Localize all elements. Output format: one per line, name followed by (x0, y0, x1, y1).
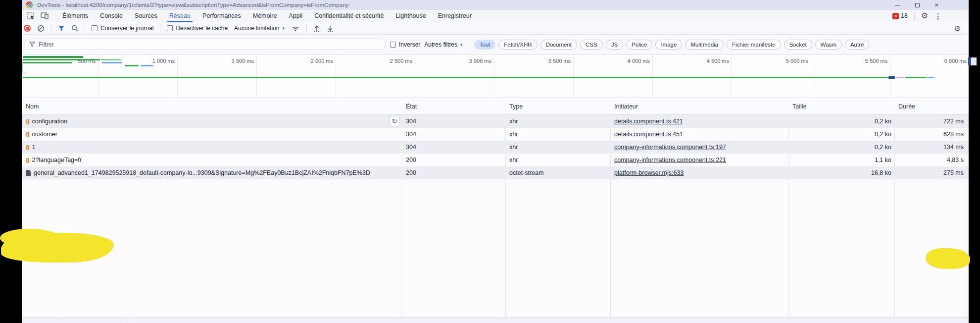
divider (85, 24, 85, 32)
error-badge-icon: ✕ (892, 13, 899, 19)
table-row-highlighted[interactable]: {} 2?languageTag=fr 200 xhr company-info… (22, 154, 969, 166)
waterfall-bar (927, 77, 934, 78)
more-filters-label: Autres filtres (424, 41, 457, 48)
summary-separator (128, 319, 128, 323)
waterfall-bar (888, 76, 895, 79)
minimize-button[interactable]: — (895, 2, 900, 8)
filter-toggle-icon[interactable] (58, 25, 65, 32)
timeline-gridline (811, 54, 811, 98)
filter-pill-font[interactable]: Police (626, 40, 652, 50)
search-icon[interactable] (71, 25, 78, 32)
table-row-highlighted[interactable]: {} 1 304 xhr company-informations.compon… (22, 141, 969, 154)
initiator-link[interactable]: details.component.ts:451 (614, 131, 683, 138)
timeline-tick-label: 3 000 ms (450, 58, 491, 64)
inspect-element-icon[interactable] (27, 12, 35, 20)
request-name-cell[interactable]: {} customer (22, 128, 402, 141)
network-settings-gear-icon[interactable]: ⚙ (954, 25, 961, 32)
header-name[interactable]: Nom (22, 98, 402, 115)
filter-pill-js[interactable]: JS (606, 40, 623, 50)
network-filter-bar: Filtrer Inverser Autres filtres ▾ Tout F… (22, 35, 969, 54)
invert-checkbox[interactable] (390, 42, 396, 48)
filter-pill-manifest[interactable]: Fichier manifeste (727, 40, 781, 50)
replay-xhr-button[interactable]: ↻ (389, 116, 400, 126)
yellow-highlight-annotation (925, 247, 971, 270)
duration-cell: 134 ms (894, 141, 967, 154)
timeline-gridline (98, 54, 98, 98)
more-options-icon[interactable]: ⋮ (934, 12, 942, 20)
import-har-icon[interactable] (313, 25, 320, 32)
duration-cell: 4,83 s (894, 154, 967, 166)
filter-pill-socket[interactable]: Socket (784, 40, 812, 50)
header-initiator[interactable]: Initiateur (610, 98, 788, 115)
tab-performance[interactable]: Performances (196, 10, 247, 22)
size-cell: 0,2 ko (788, 141, 894, 154)
filter-pill-wasm[interactable]: Wasm (815, 40, 842, 50)
resource-type-filters: Tout Fetch/XHR Document CSS JS Police Im… (474, 40, 870, 50)
request-name-cell[interactable]: {} 1 (22, 141, 402, 154)
tab-sources[interactable]: Sources (129, 10, 163, 22)
filter-pill-media[interactable]: Multimédia (685, 40, 724, 50)
close-button[interactable]: ✕ (934, 2, 939, 8)
tab-label: Console (100, 12, 123, 19)
throttling-select[interactable]: Aucune limitation ▾ (234, 25, 285, 32)
status-cell: 304 (402, 128, 505, 141)
preserve-log-checkbox[interactable] (92, 25, 98, 31)
initiator-link[interactable]: company-informations.component.ts:221 (614, 157, 726, 163)
initiator-cell: platform-browser.mjs:633 (610, 166, 788, 179)
waterfall-bar (125, 65, 139, 66)
request-name-cell[interactable]: general_advanced1_1749829525918_default-… (22, 166, 402, 179)
tab-label: Mémoire (253, 12, 277, 19)
issues-counter[interactable]: ✕ 18 (892, 12, 907, 19)
filter-pill-image[interactable]: Image (655, 40, 682, 50)
type-cell: octet-stream (505, 166, 610, 179)
initiator-link[interactable]: details.component.ts:421 (614, 118, 683, 125)
tab-lighthouse[interactable]: Lighthouse (390, 10, 432, 22)
devtools-window: DevTools - localhost:4200/company/1/clie… (22, 0, 969, 323)
header-status[interactable]: État (402, 98, 505, 115)
filter-pill-other[interactable]: Autre (845, 40, 870, 50)
tab-privacy-security[interactable]: Confidentialité et sécurité (308, 10, 390, 22)
table-row[interactable]: {} customer 304 xhr details.component.ts… (22, 128, 969, 141)
initiator-link[interactable]: platform-browser.mjs:633 (614, 169, 684, 176)
table-row[interactable]: {} configuration ↻ 304 xhr details.compo… (22, 115, 969, 128)
tab-label: Performances (202, 12, 241, 19)
settings-gear-icon[interactable]: ⚙ (921, 12, 928, 20)
disable-cache-checkbox[interactable] (167, 25, 173, 31)
tab-application[interactable]: Appli (283, 10, 308, 22)
filter-pill-document[interactable]: Document (540, 40, 577, 50)
record-network-log-button[interactable] (24, 25, 31, 32)
invert-label: Inverser (399, 41, 420, 48)
request-name-cell[interactable]: {} configuration ↻ (22, 115, 402, 128)
timeline-tick-label: 1 500 ms (212, 58, 254, 64)
type-cell: xhr (505, 141, 610, 154)
tab-recorder[interactable]: Enregistreur (432, 10, 478, 22)
initiator-link[interactable]: company-informations.component.ts:197 (614, 144, 726, 151)
request-name-cell[interactable]: {} 2?languageTag=fr (22, 154, 402, 166)
status-cell: 200 (402, 166, 505, 179)
network-conditions-icon[interactable] (291, 25, 300, 32)
filter-pill-fetch-xhr[interactable]: Fetch/XHR (498, 40, 537, 50)
tab-memory[interactable]: Mémoire (247, 10, 283, 22)
filter-input[interactable]: Filtrer (24, 39, 386, 50)
xhr-request-icon: {} (26, 157, 29, 163)
table-row[interactable]: general_advanced1_1749829525918_default-… (22, 166, 969, 179)
filter-pill-css[interactable]: CSS (580, 40, 603, 50)
maximize-button[interactable] (915, 3, 920, 7)
tab-console[interactable]: Console (94, 10, 129, 22)
header-size[interactable]: Taille (788, 98, 894, 115)
tab-network[interactable]: Réseau (163, 10, 196, 22)
filter-pill-all[interactable]: Tout (474, 40, 496, 50)
scrollbar-fragment[interactable] (968, 57, 977, 65)
divider (467, 41, 467, 49)
header-type[interactable]: Type (505, 98, 610, 115)
window-title: DevTools - localhost:4200/company/1/clie… (37, 2, 895, 8)
tab-elements[interactable]: Éléments (56, 10, 94, 22)
export-har-icon[interactable] (327, 25, 334, 32)
size-cell: 0,2 ko (788, 115, 894, 128)
header-duration[interactable]: Durée (894, 98, 967, 115)
more-filters-dropdown[interactable]: Autres filtres ▾ (424, 41, 462, 48)
timeline-left-handle[interactable] (22, 58, 26, 74)
network-overview-timeline[interactable]: 500 ms 1 000 ms 1 500 ms 2 000 ms 2 500 … (22, 54, 969, 98)
device-toolbar-icon[interactable] (40, 12, 49, 20)
clear-network-log-button[interactable] (37, 25, 45, 32)
